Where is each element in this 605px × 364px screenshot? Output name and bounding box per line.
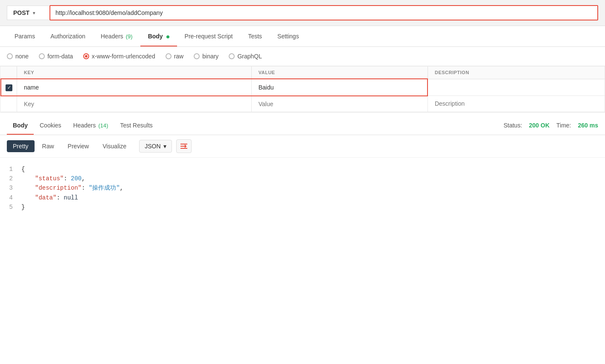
table-row <box>1 96 605 112</box>
code-line-5: 5 } <box>0 202 605 212</box>
wrap-icon <box>180 143 188 150</box>
tab-headers[interactable]: Headers (9) <box>93 26 140 46</box>
tab-params[interactable]: Params <box>7 26 43 46</box>
row1-checkbox[interactable]: ✓ <box>6 84 12 91</box>
radio-form-data <box>39 53 45 59</box>
row2-value-input[interactable] <box>252 96 428 112</box>
format-tab-raw[interactable]: Raw <box>36 140 60 152</box>
format-tab-pretty[interactable]: Pretty <box>7 140 35 152</box>
row2-desc-cell <box>428 96 605 112</box>
line-content-3: "description": "操作成功", <box>21 183 605 193</box>
line-content-1: { <box>21 165 605 174</box>
radio-raw <box>166 53 172 59</box>
url-bar: POST ▾ <box>0 0 605 26</box>
time-value: 260 ms <box>578 122 598 129</box>
response-toolbar: Pretty Raw Preview Visualize JSON ▾ <box>0 135 605 158</box>
row1-key-input[interactable] <box>17 80 251 95</box>
radio-binary <box>194 53 200 59</box>
body-type-form-data[interactable]: form-data <box>39 53 73 60</box>
row2-checkbox-cell <box>1 96 17 112</box>
body-type-none[interactable]: none <box>7 53 29 60</box>
col-value: VALUE <box>251 66 428 79</box>
row2-desc-input[interactable] <box>428 96 605 111</box>
code-line-4: 4 "data": null <box>0 193 605 202</box>
line-num-2: 2 <box>0 174 21 183</box>
row1-desc-input[interactable] <box>428 80 605 95</box>
row1-key-cell <box>17 79 252 96</box>
radio-none <box>7 53 13 59</box>
method-selector[interactable]: POST ▾ <box>7 6 49 20</box>
line-content-4: "data": null <box>21 193 605 202</box>
radio-urlencoded <box>83 53 89 59</box>
wrap-button[interactable] <box>176 139 192 153</box>
code-line-2: 2 "status": 200, <box>0 174 605 183</box>
type-selector[interactable]: JSON ▾ <box>139 140 172 153</box>
response-tab-cookies[interactable]: Cookies <box>34 116 67 135</box>
table-row: ✓ <box>1 79 605 96</box>
format-tab-visualize[interactable]: Visualize <box>96 140 132 152</box>
format-tab-preview[interactable]: Preview <box>62 140 95 152</box>
url-input-wrapper <box>49 5 598 20</box>
response-headers-badge: (14) <box>98 122 108 129</box>
response-code-area: 1 { 2 "status": 200, 3 "description": "操… <box>0 158 605 219</box>
response-tab-body[interactable]: Body <box>7 116 34 135</box>
code-line-3: 3 "description": "操作成功", <box>0 183 605 193</box>
row1-value-cell <box>251 79 428 96</box>
body-type-urlencoded[interactable]: x-www-form-urlencoded <box>83 53 155 60</box>
tab-authorization[interactable]: Authorization <box>43 26 93 46</box>
col-checkbox <box>1 66 17 79</box>
line-num-4: 4 <box>0 193 21 202</box>
row2-key-input[interactable] <box>17 96 251 112</box>
body-type-row: none form-data x-www-form-urlencoded raw… <box>0 47 605 66</box>
row1-value-input[interactable] <box>252 80 428 95</box>
tab-settings[interactable]: Settings <box>270 26 307 46</box>
row2-value-cell <box>251 96 428 112</box>
code-line-1: 1 { <box>0 165 605 174</box>
response-tabs-row: Body Cookies Headers (14) Test Results S… <box>0 116 605 135</box>
method-chevron: ▾ <box>33 11 35 15</box>
body-type-raw[interactable]: raw <box>166 53 184 60</box>
params-table: KEY VALUE DESCRIPTION ✓ <box>0 66 605 112</box>
line-content-2: "status": 200, <box>21 174 605 183</box>
tab-pre-request[interactable]: Pre-request Script <box>177 26 241 46</box>
col-description: DESCRIPTION <box>428 66 605 79</box>
time-label: Time: <box>556 122 571 129</box>
body-type-binary[interactable]: binary <box>194 53 218 60</box>
response-status: Status: 200 OK Time: 260 ms <box>503 122 598 129</box>
status-label: Status: <box>503 122 522 129</box>
status-value: 200 OK <box>529 122 550 129</box>
row1-checkbox-cell[interactable]: ✓ <box>1 79 17 96</box>
row2-key-cell <box>17 96 252 112</box>
line-num-1: 1 <box>0 165 21 174</box>
tab-body[interactable]: Body <box>140 26 177 46</box>
params-table-wrapper: KEY VALUE DESCRIPTION ✓ <box>0 66 605 113</box>
line-num-3: 3 <box>0 183 21 193</box>
col-key: KEY <box>17 66 252 79</box>
line-num-5: 5 <box>0 202 21 212</box>
method-label: POST <box>13 9 29 16</box>
line-content-5: } <box>21 202 605 212</box>
request-tabs-row: Params Authorization Headers (9) Body Pr… <box>0 26 605 47</box>
body-dot <box>166 35 169 38</box>
row1-desc-cell <box>428 79 605 96</box>
response-tab-test-results[interactable]: Test Results <box>114 116 159 135</box>
response-tab-headers[interactable]: Headers (14) <box>67 116 114 135</box>
radio-graphql <box>229 53 235 59</box>
tab-tests[interactable]: Tests <box>240 26 270 46</box>
body-type-graphql[interactable]: GraphQL <box>229 53 262 60</box>
headers-badge: (9) <box>126 33 133 40</box>
url-input[interactable] <box>50 6 597 20</box>
type-chevron: ▾ <box>163 143 166 150</box>
